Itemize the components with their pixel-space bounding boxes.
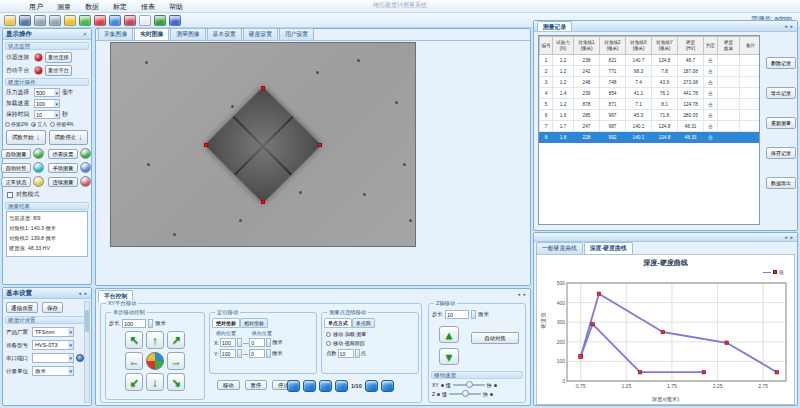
- tab-绝对坐标[interactable]: 绝对坐标: [212, 318, 240, 328]
- jog-se-button[interactable]: ↘: [167, 373, 185, 391]
- table-row[interactable]: 11.2238821140.7124.848.7合: [540, 55, 761, 66]
- objective-lens-icon[interactable]: [319, 380, 332, 392]
- refresh-port-icon[interactable]: [76, 354, 84, 362]
- z-step-spinner[interactable]: [471, 310, 476, 319]
- position-input-2[interactable]: 0: [249, 338, 265, 347]
- pause-button[interactable]: 暂停: [245, 380, 268, 390]
- reset-button[interactable]: 复位连接: [45, 52, 72, 63]
- points-count-input[interactable]: 10: [338, 349, 354, 358]
- settings-field-select[interactable]: HVS-0T3: [32, 340, 74, 350]
- control-field-select[interactable]: 10: [34, 110, 60, 119]
- tab-单点方式[interactable]: 单点方式: [324, 318, 352, 328]
- menu-item-4[interactable]: 标定: [108, 1, 132, 13]
- position-input-2[interactable]: 0: [249, 349, 265, 358]
- table-row[interactable]: 31.22487487.443.9273.08合: [540, 77, 761, 88]
- tab-采集图像[interactable]: 采集图像: [98, 28, 133, 40]
- position-spinner[interactable]: [237, 338, 242, 347]
- settings-button-2[interactable]: 保存: [42, 302, 63, 313]
- move-button[interactable]: 移动: [217, 380, 240, 390]
- settings-scrollbar[interactable]: [84, 301, 90, 403]
- tab-用户设置[interactable]: 用户设置: [279, 28, 314, 40]
- objective-lens-icon[interactable]: [365, 380, 378, 392]
- table-row[interactable]: 21.224277198.37.8187.08合: [540, 66, 761, 77]
- radio-option[interactable]: 停留4%: [50, 121, 73, 127]
- menu-item-5[interactable]: 报表: [136, 1, 160, 13]
- radio-icon[interactable]: [31, 122, 36, 127]
- position-spinner-2[interactable]: [266, 349, 271, 358]
- tab-一般硬度曲线[interactable]: 一般硬度曲线: [536, 242, 583, 254]
- objective-lens-icon[interactable]: [287, 380, 300, 392]
- focus-mode-checkbox[interactable]: [7, 192, 13, 198]
- sequence-radio-option[interactable]: 移动·加载·测量: [326, 331, 414, 337]
- tab-实时图像[interactable]: 实时图像: [134, 28, 169, 40]
- pencil-icon[interactable]: [109, 15, 121, 26]
- table-row[interactable]: 41.423985441.176.1441.78合: [540, 88, 761, 99]
- radio-icon[interactable]: [5, 122, 10, 127]
- control-field-select[interactable]: 100: [34, 99, 60, 108]
- globe-icon[interactable]: [169, 15, 181, 26]
- save-icon[interactable]: [19, 15, 31, 26]
- map-icon[interactable]: [33, 148, 44, 159]
- z-up-button[interactable]: ▲: [439, 326, 459, 343]
- tab-硬度设置[interactable]: 硬度设置: [243, 28, 278, 40]
- import-icon[interactable]: [34, 15, 46, 26]
- frame-icon[interactable]: [139, 15, 151, 26]
- z-step-input[interactable]: 10: [445, 310, 469, 319]
- speed-slider-thumb[interactable]: [466, 381, 473, 388]
- menu-item-1[interactable]: 用户: [24, 1, 48, 13]
- tool-button-pencil[interactable]: 手动测量: [48, 163, 78, 173]
- diamond-icon[interactable]: [33, 176, 44, 187]
- record-button-4[interactable]: 保存记录: [766, 147, 796, 159]
- jog-w-button[interactable]: ←: [125, 352, 143, 370]
- position-input[interactable]: 100: [220, 349, 236, 358]
- settings-scrollbar-thumb[interactable]: [85, 310, 89, 332]
- tab-measurement-records[interactable]: 测量记录: [537, 21, 572, 31]
- tab-相对坐标[interactable]: 相对坐标: [240, 318, 268, 328]
- panel-pin-icon[interactable]: ◂ ▸: [79, 288, 88, 298]
- objective-lens-icon[interactable]: [303, 380, 316, 392]
- chart-nav-icons[interactable]: ◂ ▸: [785, 234, 794, 240]
- jog-e-button[interactable]: →: [167, 352, 185, 370]
- jog-n-button[interactable]: ↑: [146, 331, 164, 349]
- tab-多点阵[interactable]: 多点阵: [352, 318, 375, 328]
- caliper-icon[interactable]: [80, 176, 91, 187]
- tool-button-caliper[interactable]: 连续测量: [48, 177, 78, 187]
- table-row[interactable]: 61.628596745.371.8280.05合: [540, 110, 761, 121]
- nodes-icon[interactable]: [124, 15, 136, 26]
- radio-icon[interactable]: [326, 341, 331, 346]
- settings-button-1[interactable]: 通信设置: [6, 302, 38, 313]
- objective-lens-icon[interactable]: [381, 380, 394, 392]
- settings-field-select[interactable]: TFSmm: [32, 327, 74, 337]
- gem-icon[interactable]: [64, 15, 76, 26]
- position-spinner-2[interactable]: [266, 338, 271, 347]
- target-icon[interactable]: [33, 162, 44, 173]
- menu-item-2[interactable]: 测量: [52, 1, 76, 13]
- target-icon[interactable]: [94, 15, 106, 26]
- menu-item-3[interactable]: 数据: [80, 1, 104, 13]
- z-down-button[interactable]: ▼: [439, 348, 459, 365]
- record-button-1[interactable]: 删除记录: [766, 57, 796, 69]
- test-start-button[interactable]: 试验开始↓: [6, 130, 46, 145]
- jog-nw-button[interactable]: ↖: [125, 331, 143, 349]
- autofocus-button[interactable]: 自动对焦: [471, 332, 519, 344]
- tool-button-target[interactable]: 自动对焦: [1, 163, 31, 173]
- jog-sw-button[interactable]: ↙: [125, 373, 143, 391]
- tab-深度-硬度曲线[interactable]: 深度-硬度曲线: [584, 242, 633, 254]
- stage-panel-nav-icons[interactable]: ◂ ▸: [518, 291, 527, 297]
- record-button-5[interactable]: 数据导出: [766, 177, 796, 189]
- tool-button-diamond[interactable]: 正常状态: [1, 177, 31, 187]
- jog-s-button[interactable]: ↓: [146, 373, 164, 391]
- panel-close-icon[interactable]: ✕: [83, 29, 88, 39]
- radio-option[interactable]: 停留2%: [5, 121, 28, 127]
- record-button-3[interactable]: 重新测量: [766, 117, 796, 129]
- speed-slider-track[interactable]: [453, 384, 485, 386]
- tab-测量图像[interactable]: 测量图像: [170, 28, 205, 40]
- tool-button-clock[interactable]: 停表设置: [48, 149, 78, 159]
- tool-button-map[interactable]: 自动测量: [1, 149, 31, 159]
- settings-field-select[interactable]: [32, 353, 74, 363]
- settings-field-select[interactable]: 微米: [32, 366, 74, 376]
- radio-icon[interactable]: [50, 122, 55, 127]
- jog-center-icon[interactable]: [146, 352, 164, 370]
- points-count-spinner[interactable]: [355, 349, 360, 358]
- radio-option[interactable]: 立入: [31, 121, 47, 127]
